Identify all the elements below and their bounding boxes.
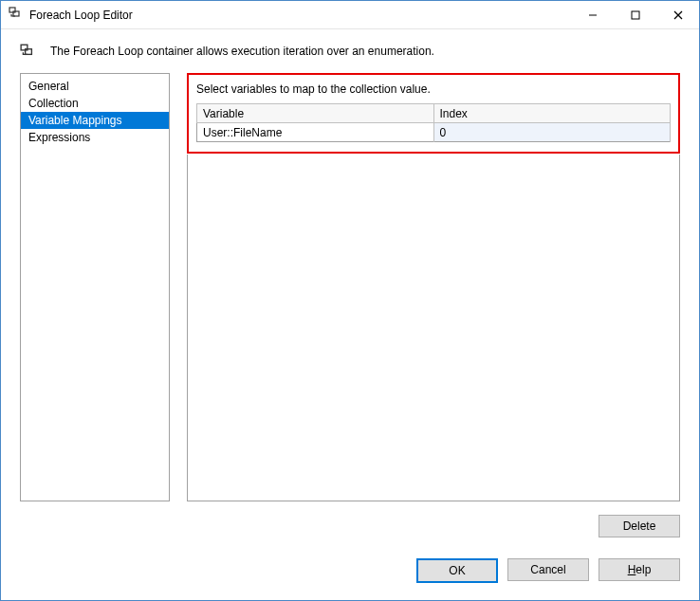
cell-index[interactable]: 0 — [433, 123, 671, 142]
maximize-button[interactable] — [614, 1, 656, 28]
help-button[interactable]: Help — [599, 558, 680, 581]
sidebar-item-variable-mappings[interactable]: Variable Mappings — [21, 112, 169, 129]
highlight-box: Select variables to map to the collectio… — [187, 73, 680, 154]
sidebar-item-collection[interactable]: Collection — [21, 95, 169, 112]
loop-icon — [9, 6, 24, 24]
delete-row: Delete — [1, 501, 699, 537]
sidebar-item-label: General — [28, 80, 69, 93]
sidebar: General Collection Variable Mappings Exp… — [20, 73, 170, 501]
minimize-button[interactable] — [571, 1, 614, 28]
dialog-footer: OK Cancel Help — [1, 537, 699, 600]
close-button[interactable] — [656, 1, 699, 28]
sidebar-item-label: Variable Mappings — [28, 114, 122, 127]
sidebar-item-label: Collection — [28, 97, 79, 110]
content-area: General Collection Variable Mappings Exp… — [1, 73, 699, 501]
dialog-window: Foreach Loop Editor The Foreach Loop con… — [0, 0, 700, 601]
panel-instruction: Select variables to map to the collectio… — [196, 82, 671, 96]
window-title: Foreach Loop Editor — [29, 9, 133, 22]
titlebar: Foreach Loop Editor — [1, 1, 699, 29]
cancel-button[interactable]: Cancel — [507, 558, 589, 581]
ok-button[interactable]: OK — [416, 558, 498, 583]
sidebar-item-label: Expressions — [28, 131, 90, 144]
description-text: The Foreach Loop container allows execut… — [50, 45, 434, 58]
description-row: The Foreach Loop container allows execut… — [1, 29, 699, 73]
delete-button[interactable]: Delete — [599, 515, 680, 537]
sidebar-item-expressions[interactable]: Expressions — [21, 129, 169, 146]
panel-body — [187, 155, 680, 501]
loop-large-icon — [20, 43, 37, 60]
svg-rect-3 — [632, 11, 639, 19]
help-rest: elp — [636, 563, 651, 576]
column-header-index[interactable]: Index — [433, 104, 671, 123]
sidebar-item-general[interactable]: General — [21, 78, 169, 95]
title-left: Foreach Loop Editor — [9, 6, 133, 24]
table-header-row: Variable Index — [197, 104, 671, 123]
cell-variable[interactable]: User::FileName — [197, 123, 434, 142]
column-header-variable[interactable]: Variable — [197, 104, 434, 123]
main-panel: Select variables to map to the collectio… — [187, 73, 680, 501]
window-controls — [571, 1, 699, 28]
variable-mappings-table[interactable]: Variable Index User::FileName 0 — [196, 103, 671, 142]
table-row[interactable]: User::FileName 0 — [197, 123, 671, 142]
